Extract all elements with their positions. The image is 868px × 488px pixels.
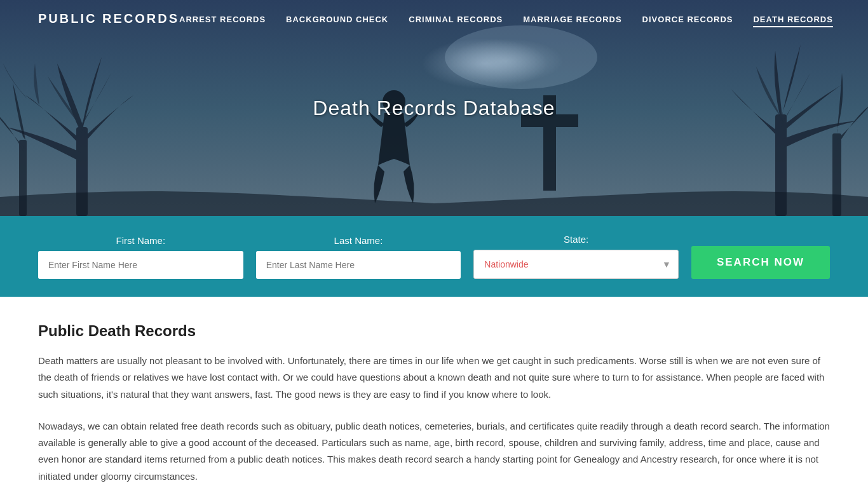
state-select[interactable]: NationwideAlabamaAlaskaArizonaArkansasCa…: [473, 250, 679, 279]
first-name-label: First Name:: [38, 235, 243, 246]
nav-link-death[interactable]: DEATH RECORDS: [753, 15, 832, 27]
nav-item-death[interactable]: DEATH RECORDS: [753, 13, 832, 25]
search-now-button[interactable]: SEARCH NOW: [691, 246, 830, 279]
nav-item-background[interactable]: BACKGROUND CHECK: [286, 13, 388, 25]
last-name-label: Last Name:: [256, 235, 461, 246]
content-section: Public Death Records Death matters are u…: [0, 297, 868, 488]
site-logo[interactable]: PUBLIC RECORDS: [38, 11, 179, 26]
nav-item-arrest[interactable]: ARREST RECORDS: [179, 13, 266, 25]
first-name-input[interactable]: [38, 251, 243, 279]
hero-title: Death Records Database: [313, 97, 555, 120]
nav-item-criminal[interactable]: CRIMINAL RECORDS: [409, 13, 503, 25]
nav-link-divorce[interactable]: DIVORCE RECORDS: [642, 15, 733, 24]
search-bar: First Name: Last Name: State: Nationwide…: [0, 216, 868, 297]
main-nav: PUBLIC RECORDS ARREST RECORDS BACKGROUND…: [0, 0, 868, 37]
last-name-input[interactable]: [256, 251, 461, 279]
content-paragraph-1: Death matters are usually not pleasant t…: [38, 353, 830, 403]
state-field: State: NationwideAlabamaAlaskaArizonaArk…: [473, 234, 679, 279]
nav-link-arrest[interactable]: ARREST RECORDS: [179, 15, 266, 24]
content-heading: Public Death Records: [38, 322, 830, 340]
nav-item-marriage[interactable]: MARRIAGE RECORDS: [523, 13, 621, 25]
state-label: State:: [473, 234, 679, 245]
hero-cloud: [421, 38, 548, 89]
nav-link-criminal[interactable]: CRIMINAL RECORDS: [409, 15, 503, 24]
first-name-field: First Name:: [38, 235, 243, 279]
state-select-wrapper: NationwideAlabamaAlaskaArizonaArkansasCa…: [473, 250, 679, 279]
nav-link-marriage[interactable]: MARRIAGE RECORDS: [523, 15, 621, 24]
nav-link-background[interactable]: BACKGROUND CHECK: [286, 15, 388, 24]
nav-item-divorce[interactable]: DIVORCE RECORDS: [642, 13, 733, 25]
nav-links: ARREST RECORDS BACKGROUND CHECK CRIMINAL…: [179, 13, 833, 25]
last-name-field: Last Name:: [256, 235, 461, 279]
content-paragraph-2: Nowadays, we can obtain related free dea…: [38, 418, 830, 485]
